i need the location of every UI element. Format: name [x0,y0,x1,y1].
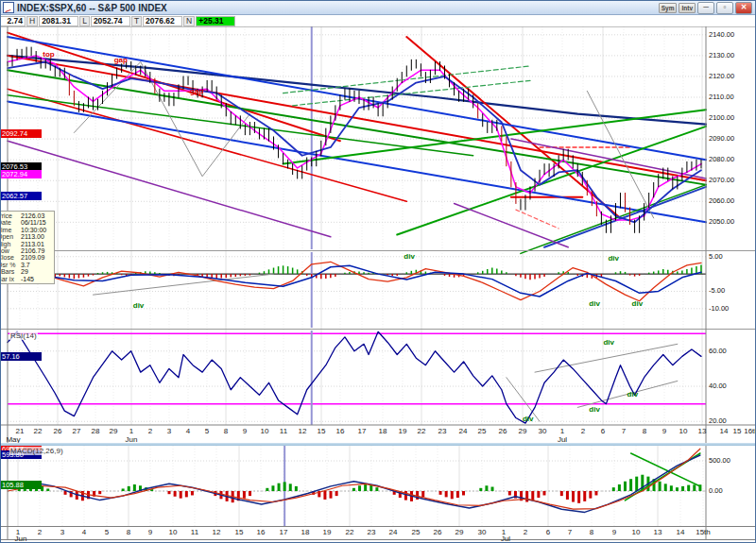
title-bar[interactable]: INDEX:$SPX,60 -- S&P 500 INDEX Sym Intv … [1,1,755,15]
data-window: Price2126.03Date06/11/15Time10:30:00Open… [0,211,55,284]
chart-app-icon [3,2,14,13]
quote-field-value: +25.31 [196,16,235,26]
reference-lines [8,274,706,491]
quote-bar: 2.74 H2081.31L2052.74T2076.62N+25.31 [0,15,756,26]
data-window-row: #Bars29 [0,268,52,275]
minimize-button[interactable]: ─ [697,2,714,14]
quote-field-label: L [79,16,90,26]
intv-button[interactable]: Intv [679,3,696,13]
close-button[interactable]: ✕ [735,2,752,14]
quote-field-value: 2076.62 [143,16,182,26]
histograms [19,265,701,503]
data-window-row: Open2113.00 [0,233,52,240]
data-window-row: High2113.01 [0,241,52,247]
data-window-row: Osr %3.7 [0,262,52,268]
quote-field-value: 2081.31 [39,16,78,26]
data-window-row: Close2109.09 [0,254,52,261]
window-buttons: Sym Intv ─ ▫ ✕ [659,2,755,14]
quote-field-value: 2052.74 [91,16,130,26]
quote-field-label: H [26,16,38,26]
data-window-row: Time10:30:00 [0,227,52,233]
data-window-row: Date06/11/15 [0,219,52,226]
quote-leading-value: 2.74 [0,16,26,26]
data-window-row: Low2106.79 [0,247,52,254]
data-window-row: Price2126.03 [0,212,52,219]
quote-fields: H2081.31L2052.74T2076.62N+25.31 [26,16,236,26]
maximize-button[interactable]: ▫ [716,2,733,14]
sym-button[interactable]: Sym [659,3,678,13]
pane-splitter[interactable] [0,443,756,446]
quote-field-label: N [183,16,195,26]
quote-field-label: T [131,16,142,26]
window-title: INDEX:$SPX,60 -- S&P 500 INDEX [17,3,167,13]
data-window-row: Bar ix-145 [0,276,52,282]
chart-canvas[interactable] [0,0,756,543]
